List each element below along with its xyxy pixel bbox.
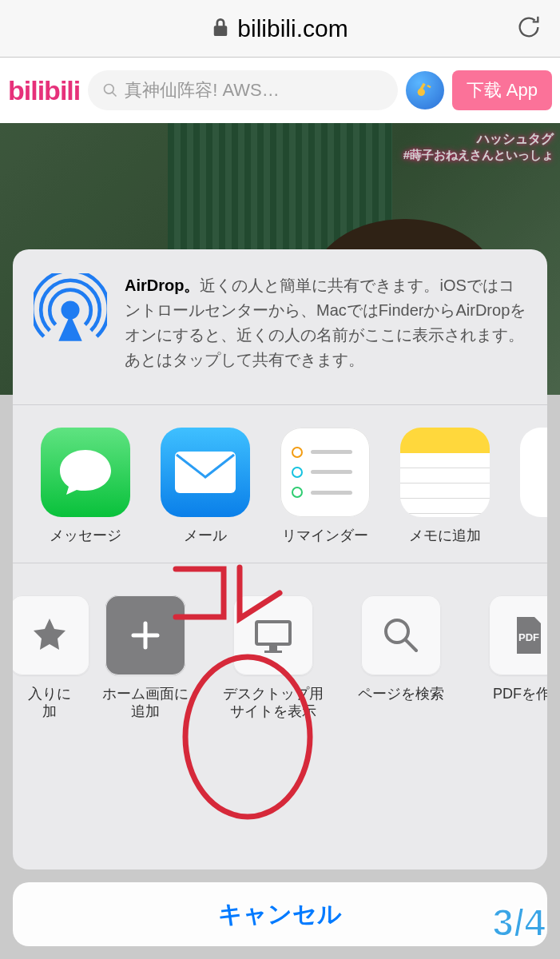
mail-icon — [161, 428, 250, 517]
share-apps-row[interactable]: メッセージ メール リマインダー メモに追加 — [13, 405, 547, 563]
notes-icon — [400, 428, 490, 517]
plus-icon — [105, 595, 185, 675]
search-icon — [361, 595, 441, 675]
share-app-more[interactable] — [513, 428, 547, 545]
action-desktop-site[interactable]: デスクトップ用 サイトを表示 — [217, 595, 329, 721]
action-favorites-partial[interactable]: 入りに 加 — [26, 595, 73, 721]
airdrop-section[interactable]: AirDrop。近くの人と簡単に共有できます。iOSではコントロールセンターから… — [13, 249, 547, 404]
url-text[interactable]: bilibili.com — [237, 15, 348, 42]
airdrop-icon — [34, 273, 107, 350]
bilibili-logo[interactable]: bilibili — [8, 75, 80, 106]
key-badge-icon[interactable] — [406, 71, 444, 109]
airdrop-description: AirDrop。近くの人と簡単に共有できます。iOSではコントロールセンターから… — [125, 273, 526, 372]
svg-rect-6 — [175, 452, 236, 493]
cancel-button[interactable]: キャンセル — [13, 882, 547, 946]
action-add-home[interactable]: ホーム画面に 追加 — [89, 595, 201, 721]
svg-point-0 — [105, 85, 114, 94]
share-app-messages[interactable]: メッセージ — [34, 428, 137, 545]
page-counter-overlay: 3/4 — [492, 901, 546, 945]
lock-icon — [212, 17, 229, 41]
svg-rect-8 — [269, 646, 277, 651]
messages-icon — [41, 428, 130, 517]
svg-rect-7 — [256, 622, 290, 644]
share-app-reminders[interactable]: リマインダー — [273, 428, 377, 545]
desktop-icon — [233, 595, 313, 675]
search-input[interactable]: 真神仙阵容! AWS… — [88, 70, 398, 110]
action-create-pdf[interactable]: PDF PDFを作成 — [473, 595, 547, 721]
action-find-on-page[interactable]: ページを検索 — [345, 595, 457, 721]
svg-line-1 — [113, 93, 117, 97]
share-app-mail[interactable]: メール — [153, 428, 257, 545]
reminders-icon — [280, 428, 370, 517]
svg-rect-4 — [427, 85, 431, 88]
svg-line-11 — [406, 640, 416, 651]
share-actions-row[interactable]: 入りに 加 ホーム画面に 追加 デスクトップ用 サイトを表示 ページを検索 PD… — [13, 563, 547, 738]
svg-text:PDF: PDF — [518, 631, 539, 643]
star-icon — [13, 595, 89, 675]
share-sheet: AirDrop。近くの人と簡単に共有できます。iOSではコントロールセンターから… — [13, 249, 547, 869]
browser-url-bar: bilibili.com — [0, 0, 560, 58]
share-app-notes[interactable]: メモに追加 — [393, 428, 497, 545]
search-placeholder: 真神仙阵容! AWS… — [125, 78, 280, 102]
refresh-button[interactable] — [515, 14, 542, 44]
svg-rect-9 — [264, 651, 282, 653]
site-header: bilibili 真神仙阵容! AWS… 下载 App — [0, 58, 560, 123]
download-app-button[interactable]: 下载 App — [452, 70, 552, 110]
pdf-icon: PDF — [489, 595, 547, 675]
